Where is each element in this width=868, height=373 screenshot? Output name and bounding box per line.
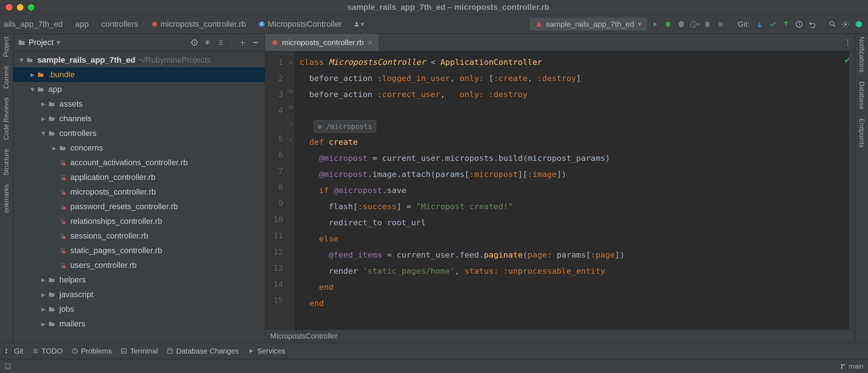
hide-panel-icon[interactable]	[251, 38, 260, 47]
left-rail-ookmarks[interactable]: ookmarks	[3, 184, 10, 213]
bottom-bar-problems[interactable]: Problems	[71, 347, 112, 355]
code-line[interactable]	[300, 103, 855, 119]
editor-breadcrumb-bar[interactable]: MicropostsController	[265, 329, 855, 343]
locate-file-icon[interactable]	[190, 38, 199, 47]
breadcrumb-item[interactable]: microposts_controller.rb	[151, 19, 246, 29]
attach-button[interactable]	[702, 19, 713, 30]
git-rollback-icon[interactable]	[807, 19, 818, 30]
profile-button[interactable]: ▾	[689, 19, 700, 30]
breadcrumb-item[interactable]: controllers	[101, 19, 138, 29]
collapse-all-icon[interactable]	[216, 38, 226, 47]
run-configuration-selector[interactable]: sample_rails_app_7th_ed ▾	[530, 18, 648, 30]
status-bar-widgets-icon[interactable]	[4, 363, 11, 370]
settings-icon[interactable]	[840, 19, 851, 30]
code-line[interactable]: flash[:success] = "Micropost created!"	[300, 199, 855, 215]
bottom-bar-database-changes[interactable]: Database Changes	[167, 347, 239, 355]
code-line[interactable]: before_action :logged_in_user, only: [:c…	[300, 70, 855, 86]
maximize-window-button[interactable]	[28, 4, 34, 11]
left-rail-project[interactable]: Project	[3, 37, 10, 57]
editor-scrollbar[interactable]	[849, 51, 855, 329]
tree-expand-arrow[interactable]: ▸	[40, 99, 47, 109]
tree-node[interactable]: ▸.bundle	[13, 67, 265, 82]
editor-gutter[interactable]: 123456789101112131415	[265, 51, 287, 329]
bottom-bar-services[interactable]: Services	[248, 347, 285, 355]
tree-node[interactable]: application_controller.rb	[13, 170, 265, 185]
tree-expand-arrow[interactable]: ▸	[40, 290, 47, 299]
tree-node[interactable]: ▸mailers	[13, 317, 265, 331]
tree-node[interactable]: ▸assets	[13, 97, 265, 111]
search-everywhere-icon[interactable]	[827, 19, 838, 30]
git-branch-indicator[interactable]: main	[840, 362, 864, 370]
git-push-icon[interactable]	[780, 19, 791, 30]
bottom-bar-git[interactable]: Git	[4, 347, 23, 355]
project-panel-title-group[interactable]: Project ▾	[18, 38, 186, 47]
code-line[interactable]: @micropost.image.attach(params[:micropos…	[300, 166, 855, 182]
tree-node[interactable]: sessions_controller.rb	[13, 229, 265, 243]
right-rail-database[interactable]: Database	[858, 81, 865, 110]
tree-node[interactable]: ▸channels	[13, 111, 265, 126]
route-hint[interactable]: ⊕ /microposts	[314, 120, 376, 133]
code-line[interactable]: @micropost = current_user.microposts.bui…	[300, 150, 855, 166]
code-line[interactable]: end	[300, 295, 855, 311]
tree-expand-arrow[interactable]: ▾	[40, 129, 47, 138]
tree-expand-arrow[interactable]: ▸	[40, 275, 47, 285]
editor-tab-microposts[interactable]: microposts_controller.rb ✕	[265, 34, 379, 51]
tree-expand-arrow[interactable]: ▾	[29, 85, 36, 94]
tree-node[interactable]: users_controller.rb	[13, 258, 265, 273]
tree-node[interactable]: microposts_controller.rb	[13, 185, 265, 199]
bottom-bar-todo[interactable]: TODO	[32, 347, 63, 355]
project-root-node[interactable]: ▾ sample_rails_app_7th_ed ~/RubymineProj…	[13, 53, 265, 67]
close-window-button[interactable]	[6, 4, 12, 11]
bottom-bar-terminal[interactable]: Terminal	[120, 347, 158, 355]
code-line[interactable]: def create	[300, 134, 855, 150]
left-rail-commit[interactable]: Commit	[3, 66, 10, 89]
tree-node[interactable]: ▸helpers	[13, 273, 265, 287]
tree-expand-arrow[interactable]: ▸	[29, 70, 36, 80]
tree-node[interactable]: ▸javascript	[13, 287, 265, 302]
fold-gutter[interactable]: ⊟⊟⊟⊥⊥	[287, 51, 294, 329]
tree-node[interactable]: static_pages_controller.rb	[13, 243, 265, 258]
panel-settings-icon[interactable]	[238, 38, 247, 47]
debug-button[interactable]	[663, 19, 674, 30]
tree-node[interactable]: relationships_controller.rb	[13, 214, 265, 229]
git-update-icon[interactable]	[754, 19, 765, 30]
run-button[interactable]	[649, 19, 660, 30]
tree-node[interactable]: ▸jobs	[13, 302, 265, 317]
git-history-icon[interactable]	[794, 19, 805, 30]
editor-tabs-menu-icon[interactable]: ⋮	[840, 34, 855, 51]
editor-body[interactable]: 123456789101112131415 ⊟⊟⊟⊥⊥ class Microp…	[265, 51, 855, 329]
code-line[interactable]: else	[300, 231, 855, 247]
code-line[interactable]: @feed_items = current_user.feed.paginate…	[300, 247, 855, 263]
tree-node[interactable]: password_resets_controller.rb	[13, 199, 265, 214]
code-line[interactable]: render 'static_pages/home', status: :unp…	[300, 263, 855, 279]
tree-node[interactable]: ▾controllers	[13, 126, 265, 141]
tree-node[interactable]: ▾app	[13, 82, 265, 97]
code-line[interactable]: redirect_to root_url	[300, 215, 855, 231]
tree-node[interactable]: ▸concerns	[13, 141, 265, 155]
left-rail-structure[interactable]: Structure	[3, 149, 10, 176]
coverage-button[interactable]	[676, 19, 687, 30]
close-tab-icon[interactable]: ✕	[367, 38, 373, 47]
code-line[interactable]: end	[300, 279, 855, 295]
breadcrumb-item[interactable]: ails_app_7th_ed	[4, 19, 63, 29]
code-line[interactable]: if @micropost.save	[300, 182, 855, 199]
code-with-me-icon[interactable]	[853, 19, 864, 30]
project-tree[interactable]: ▾ sample_rails_app_7th_ed ~/RubymineProj…	[13, 51, 265, 343]
code-line[interactable]: class MicropostsController < Application…	[300, 54, 855, 70]
expand-all-icon[interactable]	[203, 38, 212, 47]
tree-expand-arrow[interactable]: ▸	[40, 114, 47, 123]
breadcrumb-item[interactable]: CMicropostsController	[258, 19, 342, 29]
left-rail-code-reviews[interactable]: Code Reviews	[3, 97, 10, 140]
minimize-window-button[interactable]	[17, 4, 23, 11]
breadcrumb-item[interactable]: app	[75, 19, 89, 29]
right-rail-endpoints[interactable]: Endpoints	[858, 118, 865, 148]
stop-button[interactable]	[715, 19, 726, 30]
user-dropdown-icon[interactable]: ▾	[353, 19, 364, 30]
tree-expand-arrow[interactable]: ▸	[40, 304, 47, 314]
tree-expand-arrow[interactable]: ▸	[51, 143, 58, 153]
right-rail-notifications[interactable]: Notifications	[858, 37, 865, 73]
code-line[interactable]: before_action :correct_user, only: :dest…	[300, 86, 855, 103]
tree-expand-arrow[interactable]: ▸	[40, 319, 47, 329]
code-content[interactable]: class MicropostsController < Application…	[294, 51, 855, 329]
tree-node[interactable]: account_activations_controller.rb	[13, 155, 265, 170]
